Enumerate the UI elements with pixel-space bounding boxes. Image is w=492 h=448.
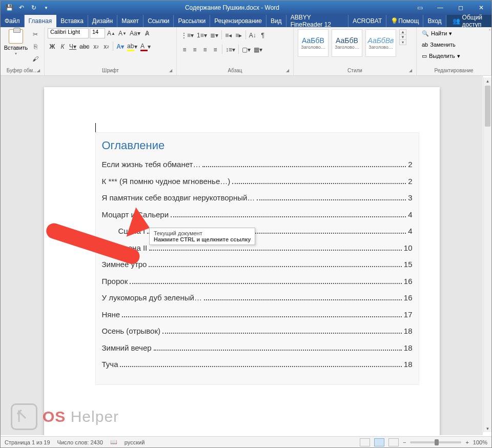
increase-indent-icon[interactable]: ≡▸ (234, 30, 243, 40)
print-layout-icon[interactable] (374, 438, 384, 446)
zoom-knob[interactable] (435, 439, 439, 445)
undo-icon[interactable]: ↶ (17, 3, 26, 12)
styles-gallery-nav[interactable]: ▲ ▼ ▾ (399, 29, 406, 45)
tab-file[interactable]: Файл (1, 15, 25, 27)
maximize-button[interactable]: ◻ (450, 1, 471, 15)
font-launcher-icon[interactable]: ◢ (169, 67, 172, 74)
style-subtitle[interactable]: АаБбВв Заголово… (365, 29, 396, 57)
borders-icon[interactable]: ▦▾ (253, 45, 263, 55)
save-icon[interactable]: 💾 (5, 3, 14, 12)
redo-icon[interactable]: ↻ (29, 3, 38, 12)
spellcheck-icon[interactable]: 📖 (110, 439, 117, 445)
decrease-font-icon[interactable]: A▼ (117, 28, 128, 38)
signin-link[interactable]: Вход (423, 15, 446, 27)
tab-design[interactable]: Дизайн (88, 15, 117, 27)
scroll-down-icon[interactable]: ▼ (484, 425, 491, 432)
tab-review[interactable]: Рецензирование (210, 15, 266, 27)
close-button[interactable]: ✕ (471, 1, 491, 15)
toc-entry[interactable]: Пророк16 (102, 274, 413, 289)
show-marks-icon[interactable]: ¶ (258, 30, 268, 40)
format-painter-icon[interactable]: 🖌 (30, 54, 40, 64)
toc-entry[interactable]: Сцена I4 (102, 224, 413, 239)
strike-button[interactable]: abc (78, 42, 90, 52)
toc-field[interactable]: Оглавление Если жизнь тебя обманет…2К **… (95, 132, 419, 385)
paste-button[interactable]: Вставить ▼ (4, 28, 28, 56)
line-spacing-icon[interactable]: ↕≡▾ (224, 45, 236, 55)
bold-button[interactable]: Ж (48, 42, 57, 52)
toc-entry[interactable]: Сцена II10 (102, 241, 413, 256)
subscript-button[interactable]: x2 (91, 42, 100, 52)
toc-entry[interactable]: Туча18 (102, 357, 413, 372)
toc-entry[interactable]: Моцарт и Сальери4 (102, 208, 413, 222)
tab-view[interactable]: Вид (266, 15, 286, 27)
numbering-icon[interactable]: 1≡▾ (196, 30, 208, 40)
italic-button[interactable]: К (58, 42, 67, 52)
replace-button[interactable]: abЗаменить (420, 39, 458, 50)
scroll-thumb[interactable] (485, 86, 490, 127)
multilevel-icon[interactable]: ≣▾ (209, 30, 219, 40)
align-right-icon[interactable]: ≡ (200, 45, 210, 55)
toc-entry[interactable]: К *** (Я помню чудное мгновенье…)2 (102, 174, 413, 189)
decrease-indent-icon[interactable]: ≡◂ (224, 30, 233, 40)
zoom-slider[interactable] (410, 441, 461, 443)
style-heading2[interactable]: АаБбВ Заголово… (332, 29, 362, 57)
paragraph-launcher-icon[interactable]: ◢ (286, 67, 289, 74)
status-words[interactable]: Число слов: 2430 (57, 439, 103, 445)
styles-launcher-icon[interactable]: ◢ (409, 67, 412, 74)
toc-entry[interactable]: Я памятник себе воздвиг нерукотворный…3 (102, 191, 413, 206)
clear-format-icon[interactable]: A̷ (142, 28, 152, 38)
ribbon-options-icon[interactable]: ▭ (409, 1, 430, 15)
qat-customize-icon[interactable]: ▼ (42, 3, 51, 12)
tab-home[interactable]: Главная (25, 15, 57, 27)
toc-entry[interactable]: Зимнее утро15 (102, 257, 413, 272)
tab-layout[interactable]: Макет (117, 15, 144, 27)
vertical-scrollbar[interactable]: ▲ ▼ (483, 77, 491, 432)
share-button[interactable]: 👥Общий доступ (446, 15, 491, 27)
document-page[interactable]: Оглавление Если жизнь тебя обманет…2К **… (44, 87, 440, 435)
text-effects-icon[interactable]: A▾ (115, 42, 125, 52)
web-layout-icon[interactable] (388, 438, 399, 446)
underline-button[interactable]: Ч▾ (68, 42, 77, 52)
change-case-icon[interactable]: Aa▾ (129, 28, 141, 38)
collapse-ribbon-icon[interactable]: ˆ (489, 29, 490, 35)
style-heading1[interactable]: АаБбВ Заголово… (298, 29, 329, 57)
styles-more-icon[interactable]: ▾ (400, 40, 406, 45)
find-button[interactable]: 🔍Найти ▾ (420, 28, 454, 38)
font-color-icon[interactable]: A▾ (139, 42, 152, 52)
styles-up-icon[interactable]: ▲ (400, 30, 406, 35)
zoom-value[interactable]: 100% (473, 439, 487, 445)
toc-entry[interactable]: Зимний вечер18 (102, 341, 413, 356)
bullets-icon[interactable]: ⋮≡▾ (180, 30, 195, 40)
align-left-icon[interactable]: ≡ (180, 45, 189, 55)
zoom-in-icon[interactable]: + (465, 439, 468, 445)
font-name-combo[interactable]: Calibri Light (48, 28, 89, 38)
styles-down-icon[interactable]: ▼ (400, 35, 406, 40)
superscript-button[interactable]: x2 (101, 42, 111, 52)
font-size-combo[interactable]: 14 (90, 28, 105, 38)
tab-insert[interactable]: Вставка (56, 15, 88, 27)
justify-icon[interactable]: ≡ (211, 45, 220, 55)
clipboard-launcher-icon[interactable]: ◢ (37, 67, 40, 74)
select-button[interactable]: ▭Выделить ▾ (420, 51, 462, 61)
tell-me[interactable]: 💡 Помощ (386, 15, 423, 27)
shading-icon[interactable]: ▢▾ (241, 45, 252, 55)
cut-icon[interactable]: ✂ (30, 29, 40, 39)
copy-icon[interactable]: ⎘ (30, 42, 40, 52)
highlight-color-icon[interactable]: ab▾ (126, 42, 138, 52)
scroll-up-icon[interactable]: ▲ (484, 77, 491, 85)
minimize-button[interactable]: — (430, 1, 450, 15)
align-center-icon[interactable]: ≡ (190, 45, 199, 55)
tab-references[interactable]: Ссылки (144, 15, 174, 27)
increase-font-icon[interactable]: A▲ (106, 28, 116, 38)
toc-entry[interactable]: Если жизнь тебя обманет…2 (102, 157, 413, 172)
sort-icon[interactable]: A↓ (248, 30, 257, 40)
status-language[interactable]: русский (125, 439, 145, 445)
tab-finereader[interactable]: ABBYY FineReader 12 (286, 15, 349, 27)
tab-mailings[interactable]: Рассылки (174, 15, 210, 27)
tab-acrobat[interactable]: ACROBAT (348, 15, 386, 27)
toc-entry[interactable]: У лукоморья дуб зеленый…16 (102, 291, 413, 306)
toc-entry[interactable]: Осень (отрывок)18 (102, 324, 413, 339)
toc-entry[interactable]: Няне17 (102, 308, 413, 322)
read-mode-icon[interactable] (360, 438, 370, 446)
status-page[interactable]: Страница 1 из 19 (5, 439, 50, 445)
